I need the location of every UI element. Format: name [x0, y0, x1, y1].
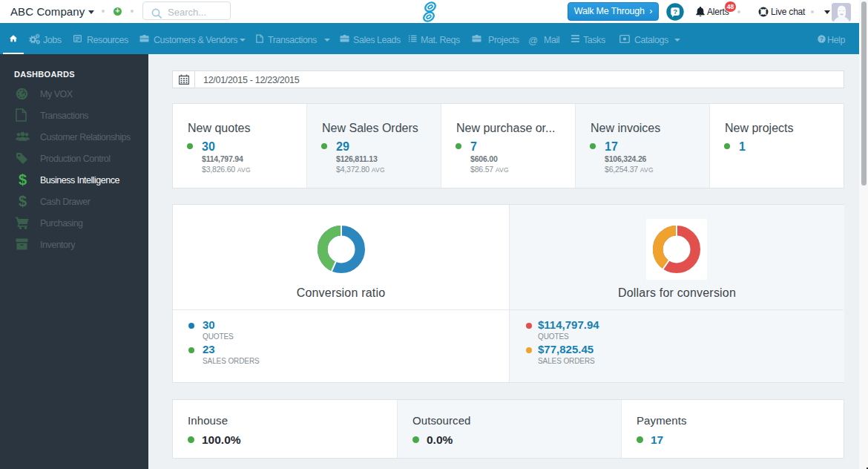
svg-text:?: ? [673, 7, 677, 16]
svg-text:?: ? [820, 36, 823, 42]
